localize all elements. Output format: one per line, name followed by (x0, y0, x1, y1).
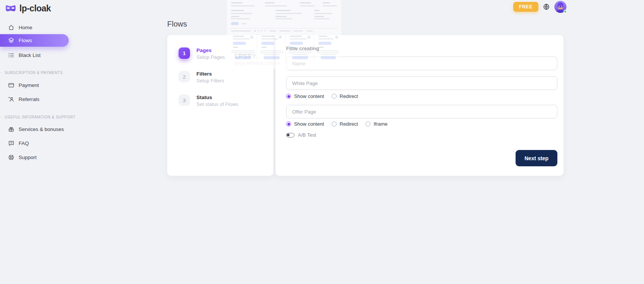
sidebar-item-referrals[interactable]: Referrals (0, 92, 69, 106)
sidebar-item-black-list[interactable]: Black List (0, 48, 69, 62)
sidebar-item-label: Services & bonuses (19, 126, 64, 132)
radio-selected[interactable] (286, 121, 291, 126)
step-number: 3 (179, 95, 190, 106)
ab-test-row: A/B Test (286, 132, 557, 138)
step-title: Status (196, 95, 238, 100)
plan-badge[interactable]: FREE (513, 2, 538, 12)
sidebar-item-services-bonuses[interactable]: Services & bonuses (0, 122, 69, 136)
form-title: Flow creating (286, 46, 557, 51)
step-subtitle: Setup Pages (196, 54, 225, 60)
radio-unselected[interactable] (332, 94, 337, 99)
brand-name: lp-cloak (19, 3, 51, 14)
sidebar-item-label: Support (19, 155, 36, 160)
sidebar-item-faq[interactable]: ?! FAQ (0, 136, 69, 150)
sidebar-item-label: Flows (19, 38, 32, 43)
flow-name-input[interactable] (286, 57, 557, 70)
sidebar-item-support[interactable]: Support (0, 150, 69, 164)
white-page-input[interactable] (286, 76, 557, 90)
step-subtitle: Setup Filters (196, 78, 224, 84)
sidebar-item-label: Home (19, 25, 32, 30)
radio-selected[interactable] (286, 94, 291, 99)
globe-icon[interactable] (543, 3, 550, 10)
sidebar-item-label: FAQ (19, 140, 29, 146)
lifebuoy-icon (8, 154, 14, 161)
step-status[interactable]: 3 Status Set status of Flows (179, 95, 274, 107)
offer-page-mode-group: Show content Redirect Iframe (286, 121, 557, 127)
step-subtitle: Set status of Flows (196, 101, 238, 107)
ab-test-toggle[interactable] (286, 133, 294, 137)
user-avatar[interactable] (554, 1, 566, 13)
sidebar-item-label: Payment (19, 82, 39, 88)
flows-icon (8, 37, 14, 44)
white-redirect-option[interactable]: Redirect (332, 93, 358, 99)
offer-redirect-option[interactable]: Redirect (332, 121, 358, 127)
white-page-mode-group: Show content Redirect (286, 93, 557, 99)
black-list-icon (8, 52, 14, 58)
referrals-icon (8, 96, 14, 103)
payment-icon (8, 82, 14, 88)
sidebar-item-flows[interactable]: Flows (0, 34, 69, 47)
home-icon (8, 24, 14, 31)
ab-test-label: A/B Test (298, 132, 316, 138)
sidebar-section-support: USEFUL INFORMATION & SUPPORT (0, 114, 69, 120)
sidebar-section-subscription: SUBSCRIPTION & PAYMENTS (0, 70, 69, 75)
sidebar-item-label: Black List (19, 52, 41, 58)
page-title: Flows (167, 20, 187, 28)
step-number: 2 (179, 71, 190, 82)
white-show-content-option[interactable]: Show content (286, 93, 324, 99)
flow-form-panel: Flow creating Show content Redirect Show… (275, 35, 563, 176)
online-status-dot (563, 10, 567, 13)
toggle-knob (287, 134, 290, 136)
radio-unselected[interactable] (332, 121, 337, 126)
step-pages[interactable]: 1 Pages Setup Pages (179, 47, 274, 60)
offer-iframe-option[interactable]: Iframe (366, 121, 388, 127)
step-number: 1 (179, 47, 190, 59)
sidebar-item-label: Referrals (19, 96, 40, 102)
step-filters[interactable]: 2 Filters Setup Filters (179, 71, 274, 84)
steps-panel: 1 Pages Setup Pages 2 Filters Setup Filt… (167, 35, 274, 176)
faq-icon: ?! (8, 140, 14, 147)
gift-icon (8, 126, 14, 133)
sidebar: lp-cloak Home Flows Black List SUBSCRIPT… (0, 0, 69, 284)
brand-logo: lp-cloak (0, 0, 69, 14)
svg-text:?!: ?! (10, 142, 13, 144)
mask-logo-icon (5, 5, 16, 13)
offer-page-input[interactable] (286, 105, 557, 118)
sidebar-item-payment[interactable]: Payment (0, 78, 69, 92)
topbar: FREE (513, 0, 566, 14)
next-step-button[interactable]: Next step (516, 150, 557, 166)
sidebar-nav: Home Flows Black List SUBSCRIPTION & PAY… (0, 21, 69, 164)
step-title: Filters (196, 71, 224, 77)
step-title: Pages (196, 47, 225, 53)
radio-unselected[interactable] (366, 121, 370, 126)
offer-show-content-option[interactable]: Show content (286, 121, 324, 127)
sidebar-item-home[interactable]: Home (0, 21, 69, 34)
